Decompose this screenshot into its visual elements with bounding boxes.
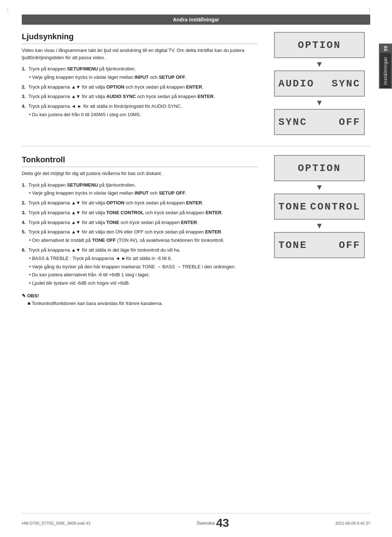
step-1-1-bullets: Varje gång knappen trycks in växlar läge… — [22, 74, 258, 81]
step-2-5-bullets: Om alternativet är inställt på TONE OFF … — [22, 237, 258, 244]
section2-steps: 1. Tryck på knappen SETUP/MENU på fjärrk… — [22, 182, 258, 288]
step-2-2: 2. Tryck på knapparna ▲▼ för att välja O… — [22, 199, 258, 207]
lcd-display-tone-control: TONE CONTROL — [274, 194, 365, 220]
arrow-down-3: ▼ — [315, 183, 323, 192]
step-2-1: 1. Tryck på knappen SETUP/MENU på fjärrk… — [22, 182, 258, 198]
section2-desc: Detta gör det möjligt för dig att juster… — [22, 170, 258, 177]
section1-desc: Video kan visas i långsammare takt än lj… — [22, 47, 258, 61]
lcd-tone-off-right: OFF — [339, 240, 360, 251]
footer-date: 2011-06-09 6:42:37 — [335, 521, 370, 525]
lcd-option-1-text: OPTION — [298, 40, 341, 51]
section2-display-col: OPTION ▼ TONE CONTROL ▼ TONE OFF — [269, 155, 370, 308]
obs-title: ✎ OBS! — [22, 293, 258, 298]
step-1-2: 2. Tryck på knapparna ▲▼ för att välja O… — [22, 84, 258, 91]
section2-row: Tonkontroll Detta gör det möjligt för di… — [22, 155, 370, 308]
corner-mark-tl: | — [7, 7, 8, 11]
page-footer: HW-D700_D770S_SWE_0609.indd 43 Svenska 4… — [22, 513, 370, 530]
bullet-2-5-1: Om alternativet är inställt på TONE OFF … — [29, 237, 258, 244]
obs-list: Tonkontrollfunktionen kan bara användas … — [22, 300, 258, 308]
side-tab-number: 03 — [380, 44, 391, 53]
lcd-display-option-1: OPTION — [274, 32, 365, 58]
section-header-bar: Andra inställningar — [22, 15, 370, 25]
footer-filename: HW-D700_D770S_SWE_0609.indd 43 — [22, 521, 90, 525]
section1-display-col: OPTION ▼ AUDIO SYNC ▼ SYNC OFF — [269, 32, 370, 135]
section1-text-col: Ljudsynkning Video kan visas i långsamma… — [22, 32, 258, 135]
lcd-tone-ctrl-right: CONTROL — [310, 201, 360, 212]
bullet-2-1-1: Varje gång knappen trycks in växlar läge… — [29, 190, 258, 197]
bullet-1-1-1: Varje gång knappen trycks in växlar läge… — [29, 74, 258, 81]
lcd-display-sync-off: SYNC OFF — [274, 109, 365, 135]
lcd-audio-text: AUDIO — [278, 78, 314, 89]
bullet-1-4-1: Du kan justera det från 0 till 240MS i s… — [29, 111, 258, 119]
bullet-2-6-4: Ljudet blir tystare vid -6dB och högre v… — [29, 280, 258, 287]
step-2-1-bullets: Varje gång knappen trycks in växlar läge… — [22, 190, 258, 197]
side-tab: 03 Inställningar — [379, 44, 392, 89]
side-tab-label: Inställningar — [380, 53, 391, 89]
step-2-5: 5. Tryck på knapparna ▲▼ för att välja d… — [22, 228, 258, 244]
step-2-6: 6. Tryck på knapparna ▲▼ för att ställa … — [22, 247, 258, 287]
arrow-down-4: ▼ — [315, 221, 323, 231]
step-2-3: 3. Tryck på knapparna ▲▼ för att välja T… — [22, 209, 258, 217]
page-container: | | 03 Inställningar Andra inställningar… — [0, 0, 392, 537]
section2-text-col: Tonkontroll Detta gör det möjligt för di… — [22, 155, 258, 308]
lcd-tone-ctrl-left: TONE — [278, 201, 307, 212]
section1-row: Ljudsynkning Video kan visas i långsamma… — [22, 32, 370, 135]
lcd-sync-off-left: SYNC — [278, 117, 307, 128]
page-number: 43 — [216, 516, 229, 530]
step-2-4: 4. Tryck på knapparna ▲▼ för att välja T… — [22, 219, 258, 227]
lcd-sync-text: SYNC — [332, 78, 360, 89]
arrow-down-2: ▼ — [315, 98, 323, 107]
obs-section: ✎ OBS! Tonkontrollfunktionen kan bara an… — [22, 293, 258, 308]
page-label: Svenska — [197, 520, 215, 526]
lcd-sync-off-right: OFF — [339, 117, 360, 128]
lcd-display-audio-sync: AUDIO SYNC — [274, 70, 365, 97]
arrow-down-1: ▼ — [315, 60, 323, 69]
step-1-4-bullets: Du kan justera det från 0 till 240MS i s… — [22, 111, 258, 119]
lcd-option-2-text: OPTION — [298, 163, 341, 174]
obs-item-1: Tonkontrollfunktionen kan bara användas … — [28, 300, 258, 308]
page-number-box: Svenska 43 — [197, 516, 229, 530]
bullet-2-6-1: BASS & TREBLE : Tryck på knapparna ◄ ►fö… — [29, 255, 258, 263]
lcd-tone-off-left: TONE — [278, 240, 307, 251]
section1-title: Ljudsynkning — [22, 32, 258, 44]
lcd-display-tone-off: TONE OFF — [274, 232, 365, 258]
section-divider — [22, 146, 370, 146]
lcd-display-option-2: OPTION — [274, 155, 365, 181]
step-1-3: 3. Tryck på knapparna ▲▼ för att välja A… — [22, 93, 258, 101]
step-2-6-bullets: BASS & TREBLE : Tryck på knapparna ◄ ►fö… — [22, 255, 258, 287]
header-bar-title: Andra inställningar — [173, 17, 219, 23]
bullet-2-6-3: Du kan justera alternativet från -6 till… — [29, 271, 258, 279]
step-1-1: 1. Tryck på knappen SETUP/MENU på fjärrk… — [22, 65, 258, 81]
section1-steps: 1. Tryck på knappen SETUP/MENU på fjärrk… — [22, 65, 258, 119]
step-1-4: 4. Tryck på knapparna ◄ ► för att ställa… — [22, 103, 258, 119]
section2-title: Tonkontroll — [22, 155, 258, 167]
bullet-2-6-2: Varje gång du trycker på den här knappen… — [29, 263, 258, 271]
corner-mark-tr: | — [369, 7, 370, 11]
